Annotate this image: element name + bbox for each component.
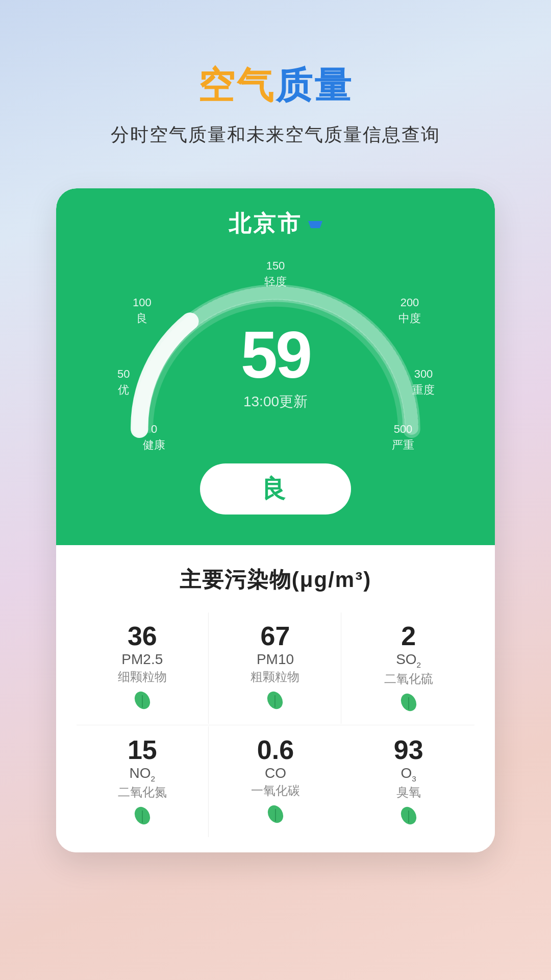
pollutant-value: 36 — [128, 623, 157, 649]
pollutants-section: 主要污染物(μg/m³) 36 PM2.5 细颗粒物 67 PM10 粗颗粒物 — [56, 545, 495, 852]
title-blue: 质量 — [276, 65, 353, 106]
leaf-icon — [131, 689, 154, 712]
pollutant-desc: 二氧化硫 — [384, 671, 433, 687]
gauge-wrapper: 150 轻度 100 良 200 中度 50 优 300 重度 0 健康 — [102, 254, 449, 458]
leaf-icon — [397, 691, 420, 714]
pollutant-value: 67 — [261, 623, 290, 649]
pollutant-value: 15 — [128, 737, 157, 763]
leaf-icon — [397, 804, 420, 827]
pollutant-value: 0.6 — [257, 737, 294, 763]
city-name: 北京市 — [229, 209, 302, 239]
status-pill: 良 — [200, 463, 351, 514]
pollutant-value: 93 — [394, 737, 423, 763]
pollutant-item-co: 0.6 CO 一氧化碳 — [210, 726, 342, 838]
pollutant-name: SO2 — [396, 651, 421, 670]
pollutant-desc: 二氧化氮 — [118, 784, 167, 800]
pollutant-name: PM2.5 — [121, 651, 163, 668]
aqi-card: 北京市 150 轻度 100 良 200 中度 50 优 — [56, 188, 495, 545]
pollutant-item-pm10: 67 PM10 粗颗粒物 — [210, 612, 342, 724]
title-orange: 空气 — [198, 65, 276, 106]
pollutant-desc: 粗颗粒物 — [251, 669, 299, 685]
pollutant-name: PM10 — [257, 651, 294, 668]
pollutant-item-pm25: 36 PM2.5 细颗粒物 — [77, 612, 209, 724]
pollutant-item-so2: 2 SO2 二氧化硫 — [342, 612, 474, 724]
pollutant-name: NO2 — [130, 765, 156, 783]
pollutants-grid: 36 PM2.5 细颗粒物 67 PM10 粗颗粒物 2 SO2 — [77, 612, 474, 837]
page-title: 空气质量 — [111, 61, 440, 110]
pollutant-name: O3 — [400, 765, 416, 783]
title-area: 空气质量 分时空气质量和未来空气质量信息查询 — [111, 61, 440, 148]
main-card: 北京市 150 轻度 100 良 200 中度 50 优 — [56, 188, 495, 852]
leaf-icon — [264, 803, 287, 825]
chevron-down-icon[interactable] — [308, 221, 322, 230]
gauge-center: 59 13:00更新 — [241, 322, 311, 411]
city-header[interactable]: 北京市 — [229, 209, 322, 239]
pollutant-name: CO — [265, 765, 286, 781]
page-subtitle: 分时空气质量和未来空气质量信息查询 — [111, 122, 440, 148]
pollutants-title: 主要污染物(μg/m³) — [77, 566, 474, 594]
pollutant-value: 2 — [401, 623, 416, 649]
pollutant-item-no2: 15 NO2 二氧化氮 — [77, 726, 209, 838]
leaf-icon — [131, 804, 154, 827]
aqi-time: 13:00更新 — [243, 392, 308, 411]
pollutant-desc: 一氧化碳 — [251, 782, 300, 799]
pollutant-desc: 细颗粒物 — [118, 669, 167, 685]
row-divider — [77, 725, 474, 725]
pollutant-desc: 臭氧 — [396, 784, 421, 800]
aqi-value: 59 — [241, 322, 311, 388]
pollutant-item-o3: 93 O3 臭氧 — [342, 726, 474, 838]
leaf-icon — [264, 689, 286, 712]
